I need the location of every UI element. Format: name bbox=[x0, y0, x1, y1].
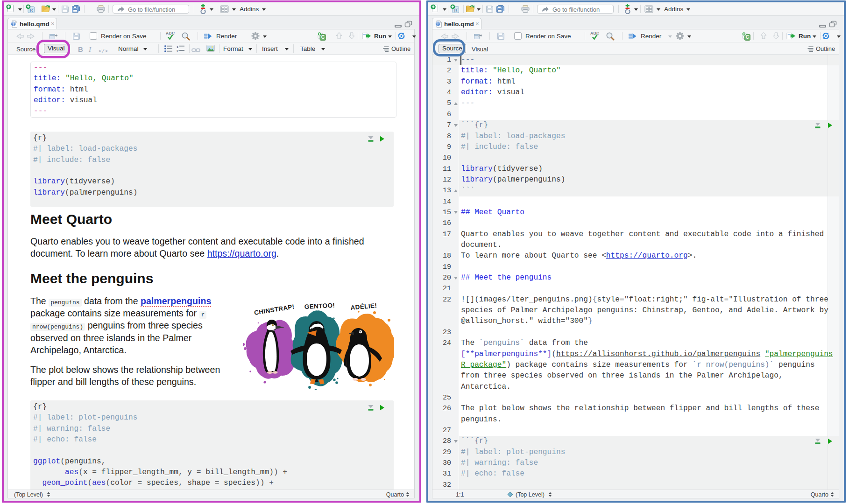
svg-text:2: 2 bbox=[177, 49, 178, 53]
svg-text:R: R bbox=[30, 8, 33, 13]
svg-text:ABC: ABC bbox=[166, 31, 175, 35]
svg-text:C: C bbox=[746, 35, 749, 40]
svg-text:C: C bbox=[321, 35, 325, 40]
svg-text:ABC: ABC bbox=[590, 31, 599, 35]
svg-text:ADÉLIE!: ADÉLIE! bbox=[350, 302, 377, 311]
svg-text:GENTOO!: GENTOO! bbox=[304, 302, 335, 310]
svg-text:1: 1 bbox=[177, 45, 178, 49]
svg-text:R: R bbox=[454, 8, 458, 13]
svg-text:CHINSTRAP!: CHINSTRAP! bbox=[254, 303, 295, 316]
